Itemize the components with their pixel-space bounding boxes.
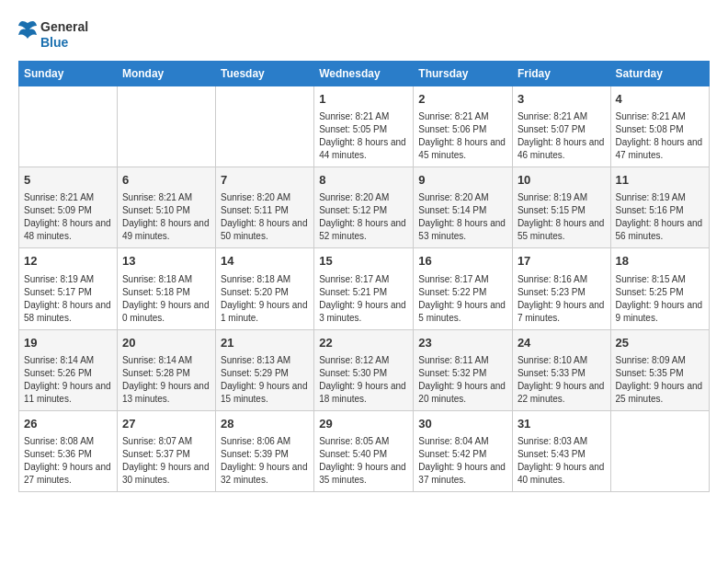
- day-sunset: Sunset: 5:18 PM: [122, 286, 210, 299]
- day-daylight: Daylight: 9 hours and 5 minutes.: [418, 299, 507, 325]
- day-sunrise: Sunrise: 8:21 AM: [122, 191, 210, 204]
- day-sunset: Sunset: 5:21 PM: [319, 286, 408, 299]
- day-sunrise: Sunrise: 8:10 AM: [518, 354, 606, 367]
- day-daylight: Daylight: 9 hours and 35 minutes.: [319, 461, 408, 487]
- calendar-week-row: 19 Sunrise: 8:14 AM Sunset: 5:26 PM Dayl…: [19, 329, 710, 410]
- calendar-cell: 14 Sunrise: 8:18 AM Sunset: 5:20 PM Dayl…: [215, 248, 313, 329]
- day-number: 17: [518, 253, 606, 270]
- day-sunrise: Sunrise: 8:08 AM: [24, 435, 112, 448]
- day-number: 20: [122, 335, 210, 351]
- header: General Blue: [18, 18, 710, 52]
- day-sunset: Sunset: 5:16 PM: [616, 204, 704, 217]
- day-sunrise: Sunrise: 8:21 AM: [518, 110, 606, 123]
- day-number: 27: [122, 416, 210, 432]
- day-daylight: Daylight: 8 hours and 46 minutes.: [518, 136, 606, 162]
- day-number: 10: [518, 172, 606, 189]
- day-sunrise: Sunrise: 8:04 AM: [418, 435, 507, 448]
- calendar-header-saturday: Saturday: [610, 62, 709, 86]
- calendar-cell: 7 Sunrise: 8:20 AM Sunset: 5:11 PM Dayli…: [215, 167, 313, 248]
- day-sunset: Sunset: 5:17 PM: [24, 286, 112, 299]
- day-number: 11: [616, 172, 704, 189]
- day-number: 19: [24, 335, 112, 351]
- calendar-week-row: 26 Sunrise: 8:08 AM Sunset: 5:36 PM Dayl…: [19, 410, 710, 491]
- day-number: 18: [616, 253, 704, 270]
- day-number: 7: [221, 172, 309, 189]
- day-sunrise: Sunrise: 8:17 AM: [418, 273, 507, 286]
- day-sunset: Sunset: 5:32 PM: [418, 367, 507, 380]
- day-daylight: Daylight: 9 hours and 22 minutes.: [518, 380, 606, 406]
- calendar-header-sunday: Sunday: [19, 62, 118, 86]
- day-daylight: Daylight: 9 hours and 3 minutes.: [319, 299, 408, 325]
- day-daylight: Daylight: 9 hours and 11 minutes.: [24, 380, 112, 406]
- day-sunset: Sunset: 5:20 PM: [221, 286, 309, 299]
- day-sunrise: Sunrise: 8:14 AM: [24, 354, 112, 367]
- calendar-cell: 21 Sunrise: 8:13 AM Sunset: 5:29 PM Dayl…: [215, 329, 313, 410]
- day-daylight: Daylight: 8 hours and 49 minutes.: [122, 217, 210, 243]
- day-number: 13: [122, 253, 210, 270]
- day-daylight: Daylight: 9 hours and 40 minutes.: [518, 461, 606, 487]
- day-daylight: Daylight: 9 hours and 25 minutes.: [616, 380, 704, 406]
- logo: General Blue: [18, 18, 88, 52]
- day-number: 16: [418, 253, 507, 270]
- day-sunset: Sunset: 5:42 PM: [418, 448, 507, 461]
- day-number: 30: [418, 416, 507, 432]
- calendar-cell: [117, 86, 215, 167]
- calendar-header-tuesday: Tuesday: [215, 62, 313, 86]
- day-daylight: Daylight: 9 hours and 27 minutes.: [24, 461, 112, 487]
- day-daylight: Daylight: 8 hours and 52 minutes.: [319, 217, 408, 243]
- calendar-cell: [215, 86, 313, 167]
- day-number: 25: [616, 335, 704, 351]
- day-daylight: Daylight: 8 hours and 50 minutes.: [221, 217, 309, 243]
- calendar-week-row: 1 Sunrise: 8:21 AM Sunset: 5:05 PM Dayli…: [19, 86, 710, 167]
- calendar-header-friday: Friday: [512, 62, 610, 86]
- calendar-header-wednesday: Wednesday: [314, 62, 414, 86]
- calendar-cell: [19, 86, 118, 167]
- day-sunrise: Sunrise: 8:18 AM: [122, 273, 210, 286]
- day-sunset: Sunset: 5:22 PM: [418, 286, 507, 299]
- day-sunset: Sunset: 5:33 PM: [518, 367, 606, 380]
- day-daylight: Daylight: 8 hours and 47 minutes.: [616, 136, 704, 162]
- calendar-cell: 25 Sunrise: 8:09 AM Sunset: 5:35 PM Dayl…: [610, 329, 709, 410]
- day-number: 26: [24, 416, 112, 432]
- calendar-cell: 20 Sunrise: 8:14 AM Sunset: 5:28 PM Dayl…: [117, 329, 215, 410]
- day-sunrise: Sunrise: 8:18 AM: [221, 273, 309, 286]
- day-sunset: Sunset: 5:36 PM: [24, 448, 112, 461]
- day-sunrise: Sunrise: 8:11 AM: [418, 354, 507, 367]
- day-number: 29: [319, 416, 408, 432]
- day-number: 14: [221, 253, 309, 270]
- day-sunset: Sunset: 5:29 PM: [221, 367, 309, 380]
- calendar-cell: 17 Sunrise: 8:16 AM Sunset: 5:23 PM Dayl…: [512, 248, 610, 329]
- day-sunset: Sunset: 5:28 PM: [122, 367, 210, 380]
- day-daylight: Daylight: 8 hours and 53 minutes.: [418, 217, 507, 243]
- day-number: 1: [319, 91, 408, 108]
- day-sunset: Sunset: 5:35 PM: [616, 367, 704, 380]
- day-sunrise: Sunrise: 8:06 AM: [221, 435, 309, 448]
- day-number: 24: [518, 335, 606, 351]
- day-daylight: Daylight: 9 hours and 18 minutes.: [319, 380, 408, 406]
- day-number: 2: [418, 91, 507, 108]
- day-number: 28: [221, 416, 309, 432]
- day-daylight: Daylight: 9 hours and 30 minutes.: [122, 461, 210, 487]
- day-sunrise: Sunrise: 8:21 AM: [24, 191, 112, 204]
- calendar-week-row: 5 Sunrise: 8:21 AM Sunset: 5:09 PM Dayli…: [19, 167, 710, 248]
- day-sunset: Sunset: 5:09 PM: [24, 204, 112, 217]
- day-sunrise: Sunrise: 8:21 AM: [319, 110, 408, 123]
- day-sunrise: Sunrise: 8:14 AM: [122, 354, 210, 367]
- day-daylight: Daylight: 8 hours and 56 minutes.: [616, 217, 704, 243]
- day-daylight: Daylight: 9 hours and 0 minutes.: [122, 299, 210, 325]
- day-number: 5: [24, 172, 112, 189]
- day-sunset: Sunset: 5:23 PM: [518, 286, 606, 299]
- day-sunrise: Sunrise: 8:20 AM: [319, 191, 408, 204]
- day-sunrise: Sunrise: 8:21 AM: [616, 110, 704, 123]
- calendar-cell: 9 Sunrise: 8:20 AM Sunset: 5:14 PM Dayli…: [414, 167, 513, 248]
- calendar-cell: 29 Sunrise: 8:05 AM Sunset: 5:40 PM Dayl…: [314, 410, 414, 491]
- day-sunrise: Sunrise: 8:16 AM: [518, 273, 606, 286]
- day-daylight: Daylight: 9 hours and 13 minutes.: [122, 380, 210, 406]
- day-sunset: Sunset: 5:11 PM: [221, 204, 309, 217]
- calendar-cell: 18 Sunrise: 8:15 AM Sunset: 5:25 PM Dayl…: [610, 248, 709, 329]
- day-sunrise: Sunrise: 8:20 AM: [418, 191, 507, 204]
- logo-bird-icon: [18, 18, 37, 52]
- day-number: 9: [418, 172, 507, 189]
- day-number: 12: [24, 253, 112, 270]
- calendar-cell: 13 Sunrise: 8:18 AM Sunset: 5:18 PM Dayl…: [117, 248, 215, 329]
